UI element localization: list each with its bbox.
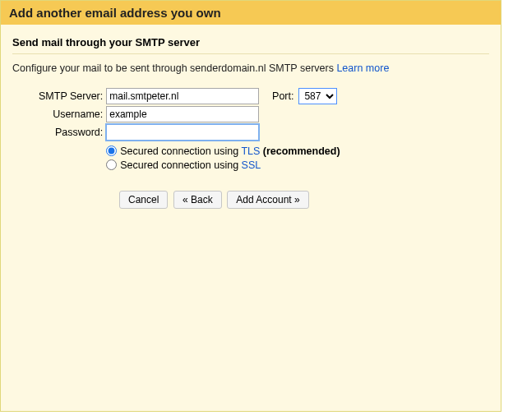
smtp-form: SMTP Server: Port: 587 Username: Passw xyxy=(37,87,342,171)
description: Configure your mail to be sent through s… xyxy=(12,62,489,74)
username-input[interactable] xyxy=(106,106,259,122)
ssl-radio[interactable] xyxy=(106,159,117,170)
port-label: Port: xyxy=(270,87,297,105)
description-text: Configure your mail to be sent through s… xyxy=(12,62,336,74)
ssl-link[interactable]: SSL xyxy=(242,159,261,170)
back-button[interactable]: « Back xyxy=(173,191,222,209)
dialog: Add another email address you own Send m… xyxy=(0,0,501,412)
ssl-radio-row[interactable]: Secured connection using SSL xyxy=(106,159,261,170)
dialog-header: Add another email address you own xyxy=(1,1,501,25)
password-input[interactable] xyxy=(106,124,259,141)
smtp-server-label: SMTP Server: xyxy=(37,87,104,105)
smtp-server-input[interactable] xyxy=(106,88,259,104)
dialog-content: Send mail through your SMTP server Confi… xyxy=(1,25,501,411)
button-row: Cancel « Back Add Account » xyxy=(119,191,489,209)
dialog-title: Add another email address you own xyxy=(9,6,221,20)
username-label: Username: xyxy=(37,105,104,123)
subheader: Send mail through your SMTP server xyxy=(12,33,489,54)
port-select[interactable]: 587 xyxy=(298,88,337,104)
learn-more-link[interactable]: Learn more xyxy=(336,62,389,74)
add-account-button[interactable]: Add Account » xyxy=(227,191,308,209)
password-label: Password: xyxy=(37,123,104,141)
tls-radio-row[interactable]: Secured connection using TLS (recommende… xyxy=(106,145,340,156)
tls-label: Secured connection using TLS (recommende… xyxy=(120,145,340,157)
tls-radio[interactable] xyxy=(106,145,117,156)
tls-link[interactable]: TLS xyxy=(241,145,260,157)
ssl-label: Secured connection using SSL xyxy=(120,159,261,170)
cancel-button[interactable]: Cancel xyxy=(119,191,168,209)
